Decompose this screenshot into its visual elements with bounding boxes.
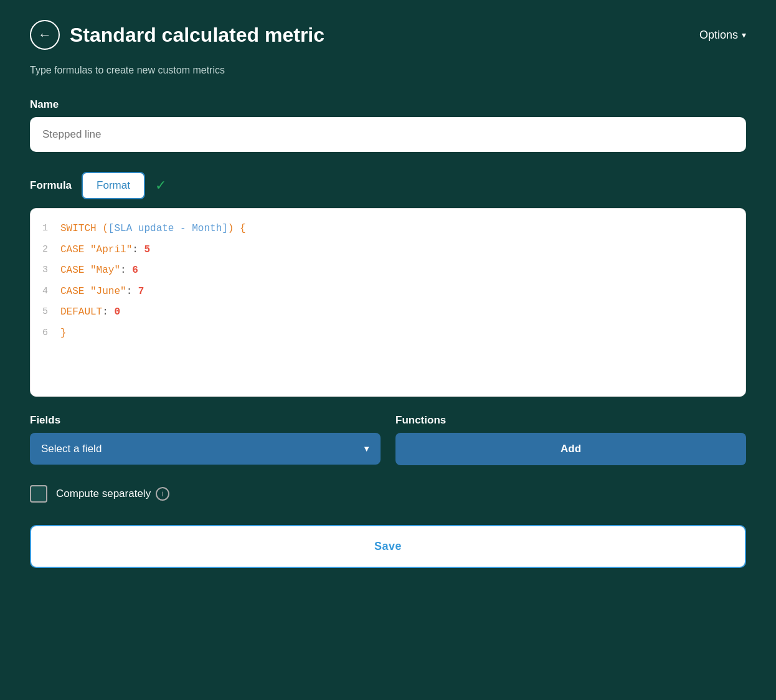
functions-label: Functions: [395, 414, 746, 427]
code-line-empty-1: [31, 344, 745, 366]
code-content-6: }: [60, 326, 67, 342]
code-line-1: 1 SWITCH ([SLA update - Month]) {: [31, 219, 745, 240]
code-editor[interactable]: 1 SWITCH ([SLA update - Month]) { 2 CASE…: [30, 208, 746, 397]
save-button[interactable]: Save: [30, 525, 746, 568]
chevron-down-icon: ▾: [742, 30, 746, 40]
formula-label: Formula: [30, 179, 72, 192]
formula-header: Formula Format ✓: [30, 172, 746, 199]
code-line-6: 6 }: [31, 323, 745, 344]
line-number-5: 5: [31, 305, 60, 319]
fields-column: Fields Select a field: [30, 414, 381, 465]
code-line-3: 3 CASE "May": 6: [31, 260, 745, 281]
code-content-1: SWITCH ([SLA update - Month]) {: [60, 221, 246, 237]
fields-label: Fields: [30, 414, 381, 427]
page-header: ← Standard calculated metric Options ▾: [30, 20, 746, 50]
page-title: Standard calculated metric: [70, 24, 324, 47]
code-content-4: CASE "June": 7: [60, 284, 144, 300]
select-field-wrapper: Select a field: [30, 433, 381, 465]
formula-section: Formula Format ✓ 1 SWITCH ([SLA update -…: [30, 172, 746, 397]
fields-functions-row: Fields Select a field Functions Add: [30, 414, 746, 465]
code-content-5: DEFAULT: 0: [60, 305, 120, 321]
check-icon: ✓: [155, 177, 166, 194]
back-button[interactable]: ←: [30, 20, 60, 50]
add-button[interactable]: Add: [395, 433, 746, 465]
compute-row: Compute separately i: [30, 485, 746, 503]
name-section: Name Stepped line: [30, 98, 746, 152]
functions-column: Functions Add: [395, 414, 746, 465]
options-label: Options: [699, 29, 738, 42]
code-line-4: 4 CASE "June": 7: [31, 281, 745, 303]
code-line-2: 2 CASE "April": 5: [31, 240, 745, 261]
line-number-2: 2: [31, 242, 60, 257]
line-number-6: 6: [31, 326, 60, 341]
line-number-3: 3: [31, 263, 60, 278]
code-line-5: 5 DEFAULT: 0: [31, 302, 745, 323]
subtitle-text: Type formulas to create new custom metri…: [30, 65, 746, 76]
code-content-2: CASE "April": 5: [60, 242, 150, 258]
line-number-1: 1: [31, 221, 60, 236]
select-field-dropdown[interactable]: Select a field: [30, 433, 381, 465]
code-line-empty-2: [31, 365, 745, 386]
compute-separately-label: Compute separately i: [56, 487, 169, 501]
name-label: Name: [30, 98, 746, 111]
name-input[interactable]: Stepped line: [30, 117, 746, 152]
info-icon[interactable]: i: [156, 487, 169, 501]
compute-separately-checkbox[interactable]: [30, 485, 47, 503]
format-button[interactable]: Format: [82, 172, 145, 199]
options-button[interactable]: Options ▾: [699, 29, 746, 42]
line-number-4: 4: [31, 284, 60, 299]
code-content-3: CASE "May": 6: [60, 263, 138, 279]
header-left: ← Standard calculated metric: [30, 20, 324, 50]
